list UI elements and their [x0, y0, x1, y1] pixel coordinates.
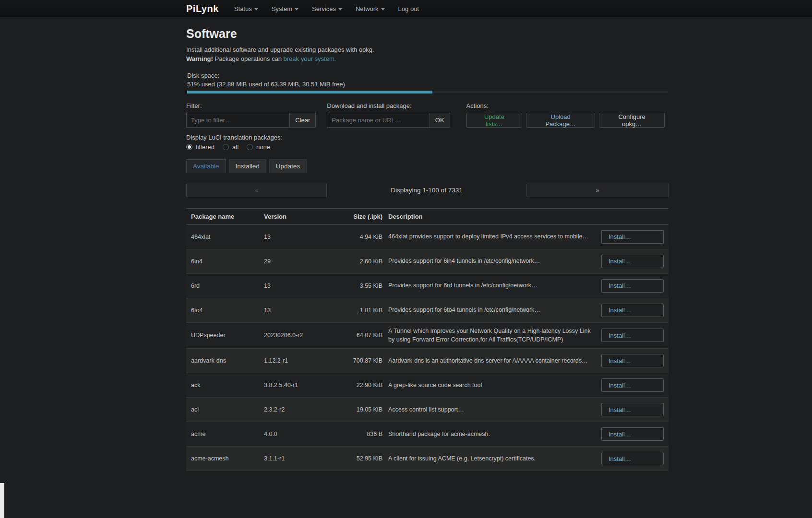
filter-label: Filter: — [186, 102, 316, 109]
table-row: 464xlat134.94 KiB464xlat provides suppor… — [186, 225, 669, 249]
package-tabs: AvailableInstalledUpdates — [186, 159, 669, 173]
table-row: acme-acmesh3.1.1-r152.95 KiBA client for… — [186, 447, 669, 471]
package-name: 6in4 — [191, 258, 258, 265]
disk-space-section: Disk space: 51% used (32.88 MiB used of … — [186, 72, 669, 94]
package-description: Provides support for 6to4 tunnels in /et… — [388, 306, 596, 315]
install-button[interactable]: Install… — [601, 279, 664, 293]
install-button[interactable]: Install… — [601, 427, 664, 441]
package-size: 700.87 KiB — [342, 357, 382, 364]
table-row: acme4.0.0836 BShorthand package for acme… — [186, 422, 669, 447]
disk-usage-text: 51% used (32.88 MiB used of 63.39 MiB, 3… — [187, 81, 669, 88]
clear-button[interactable]: Clear — [289, 113, 315, 127]
install-cell: Install… — [601, 329, 664, 342]
install-button[interactable]: Install… — [601, 304, 664, 317]
translation-label: Display LuCI translation packages: — [186, 134, 669, 141]
page-subtitle: Install additional software and upgrade … — [186, 46, 669, 55]
radio-none[interactable]: none — [247, 143, 270, 151]
nav-item-network[interactable]: Network — [356, 5, 385, 12]
package-size: 3.55 KiB — [342, 283, 382, 289]
package-version: 20230206.0-r2 — [264, 332, 336, 339]
nav-item-status[interactable]: Status — [234, 5, 258, 12]
radio-label: none — [256, 143, 270, 151]
brand-logo[interactable]: PiLynk — [186, 3, 219, 14]
radio-circle-icon — [186, 144, 192, 150]
package-version: 3.8.2.5.40-r1 — [264, 382, 336, 388]
package-size: 4.94 KiB — [342, 234, 382, 240]
table-row: aardvark-dns1.12.2-r1700.87 KiBAardvark-… — [186, 349, 669, 373]
package-description: Shorthand package for acme-acmesh. — [388, 430, 596, 439]
package-description: A grep-like source code search tool — [388, 381, 596, 390]
table-row: acl2.3.2-r219.05 KiBAccess control list … — [186, 398, 669, 422]
install-button[interactable]: Install… — [601, 452, 664, 465]
install-cell: Install… — [601, 279, 664, 293]
configure-opkg-button[interactable]: Configure opkg… — [599, 113, 665, 128]
translation-radio-group: filteredallnone — [186, 143, 669, 151]
prev-page-button[interactable]: « — [186, 184, 327, 197]
package-description: Provides support for 6in4 tunnels in /et… — [388, 257, 596, 266]
next-page-button[interactable]: » — [526, 184, 669, 197]
nav-item-services[interactable]: Services — [312, 5, 342, 12]
chevron-down-icon — [295, 8, 299, 11]
radio-all[interactable]: all — [223, 143, 239, 151]
chevron-down-icon — [254, 8, 258, 11]
tab-available[interactable]: Available — [186, 159, 226, 173]
package-name: UDPspeeder — [191, 332, 258, 339]
table-row: 6rd133.55 KiBProvides support for 6rd tu… — [186, 274, 669, 298]
break-your-system-link[interactable]: break your system. — [284, 55, 336, 62]
package-name: ack — [191, 382, 258, 388]
tab-updates[interactable]: Updates — [269, 159, 307, 173]
install-button[interactable]: Install… — [601, 230, 664, 244]
warning-text: Package operations can — [213, 55, 284, 62]
install-button[interactable]: Install… — [601, 354, 664, 367]
install-button[interactable]: Install… — [601, 329, 664, 342]
package-name: 6to4 — [191, 307, 258, 314]
package-description: Aardvark-dns is an authoritative dns ser… — [388, 356, 596, 365]
table-header-row: Package nameVersionSize (.ipk)Descriptio… — [186, 208, 669, 225]
package-version: 13 — [264, 307, 336, 314]
install-button[interactable]: Install… — [601, 255, 664, 268]
disk-progress-fill — [187, 91, 432, 94]
nav-item-label: Services — [312, 5, 336, 12]
install-button[interactable]: Install… — [601, 378, 664, 392]
warning-label: Warning! — [186, 55, 213, 62]
column-header-size-ipk: Size (.ipk) — [342, 213, 382, 220]
nav-item-label: Log out — [398, 5, 419, 12]
translation-section: Display LuCI translation packages: filte… — [186, 134, 669, 151]
nav-item-log-out[interactable]: Log out — [398, 5, 419, 12]
filter-input[interactable] — [187, 113, 289, 127]
disk-space-label: Disk space: — [187, 72, 669, 79]
disk-progressbar — [187, 91, 668, 94]
actions-label: Actions: — [466, 102, 669, 109]
package-name: acme — [191, 431, 258, 437]
install-cell: Install… — [601, 378, 664, 392]
upload-package-button[interactable]: Upload Package… — [526, 113, 595, 128]
ok-button[interactable]: OK — [430, 113, 450, 127]
package-description: 464xlat provides support to deploy limit… — [388, 232, 596, 241]
radio-circle-icon — [223, 144, 229, 150]
table-row: 6to4131.81 KiBProvides support for 6to4 … — [186, 298, 669, 323]
update-lists-button[interactable]: Update lists… — [466, 113, 523, 128]
radio-circle-icon — [247, 144, 253, 150]
install-button[interactable]: Install… — [601, 403, 664, 416]
column-header-description: Description — [388, 213, 596, 220]
tab-installed[interactable]: Installed — [229, 159, 266, 173]
package-description: Access control list support… — [388, 405, 596, 414]
column-header-package-name: Package name — [191, 213, 258, 220]
install-cell: Install… — [601, 403, 664, 416]
package-size: 1.81 KiB — [342, 307, 382, 314]
install-cell: Install… — [601, 255, 664, 268]
chevron-down-icon — [381, 8, 385, 11]
pagination-bar: « Displaying 1-100 of 7331 » — [186, 184, 669, 197]
package-url-input[interactable] — [327, 113, 430, 127]
package-version: 3.1.1-r1 — [264, 455, 336, 462]
column-header-version: Version — [264, 213, 336, 220]
table-row: 6in4292.60 KiBProvides support for 6in4 … — [186, 249, 669, 274]
actions-group: Actions: Update lists…Upload Package…Con… — [466, 102, 669, 128]
package-name: 464xlat — [191, 234, 258, 240]
main-content: Software Install additional software and… — [186, 17, 669, 471]
nav-item-label: Network — [356, 5, 379, 12]
radio-filtered[interactable]: filtered — [186, 143, 215, 151]
package-name: acme-acmesh — [191, 455, 258, 462]
nav-item-system[interactable]: System — [272, 5, 299, 12]
package-size: 22.90 KiB — [342, 382, 382, 388]
